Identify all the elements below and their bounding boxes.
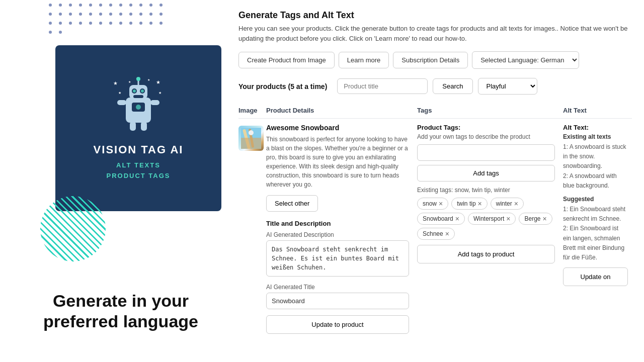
ai-desc-label: AI Generated Description bbox=[266, 231, 409, 238]
tag-schnee: Schnee × bbox=[417, 228, 455, 240]
svg-point-5 bbox=[99, 4, 102, 7]
select-other-button[interactable]: Select other bbox=[266, 195, 318, 212]
svg-point-20 bbox=[129, 13, 132, 16]
svg-rect-64 bbox=[241, 138, 261, 149]
svg-rect-56 bbox=[117, 100, 126, 105]
tags-list: snow × twin tip × winter × Snowboard × W… bbox=[417, 198, 555, 240]
tag-snow: snow × bbox=[417, 198, 448, 210]
svg-rect-53 bbox=[133, 95, 143, 98]
svg-point-26 bbox=[69, 22, 72, 25]
right-panel: Generate Tags and Alt Text Here you can … bbox=[226, 0, 644, 362]
alt-text-title: Alt Text: bbox=[563, 124, 628, 131]
existing-alt-texts-title: Existing alt texts bbox=[563, 133, 628, 140]
ai-title-label: AI Generated Title bbox=[266, 284, 409, 291]
svg-point-16 bbox=[89, 13, 92, 16]
tag-winter-close[interactable]: × bbox=[514, 200, 518, 207]
product-name: Awesome Snowboard bbox=[266, 124, 409, 132]
svg-text:★: ★ bbox=[128, 80, 131, 83]
update-on-button[interactable]: Update on bbox=[563, 267, 628, 286]
product-thumbnail bbox=[238, 126, 264, 151]
svg-text:★: ★ bbox=[118, 91, 121, 95]
col-alt-text: Alt Text bbox=[563, 107, 632, 114]
svg-point-25 bbox=[59, 22, 62, 25]
svg-point-6 bbox=[109, 4, 112, 7]
product-details-cell: Awesome Snowboard This snowboard is perf… bbox=[266, 124, 417, 334]
tags-input[interactable] bbox=[417, 144, 555, 161]
svg-point-3 bbox=[79, 4, 82, 7]
tag-snowboard-close[interactable]: × bbox=[455, 215, 459, 222]
tag-twin-tip: twin tip × bbox=[451, 198, 488, 210]
table-header: Image Product Details Tags Alt Text bbox=[238, 103, 632, 119]
svg-text:★: ★ bbox=[147, 78, 150, 81]
svg-point-35 bbox=[159, 22, 163, 25]
svg-point-22 bbox=[149, 13, 152, 16]
add-tags-button[interactable]: Add tags bbox=[417, 165, 555, 182]
search-input[interactable] bbox=[337, 78, 428, 94]
subscription-details-button[interactable]: Subscription Details bbox=[393, 52, 468, 68]
svg-point-0 bbox=[49, 4, 52, 7]
svg-point-27 bbox=[79, 22, 82, 25]
svg-point-4 bbox=[89, 4, 92, 7]
existing-alt-texts-content: 1: A snowboard is stuck in the snow. sno… bbox=[563, 142, 628, 191]
svg-text:★: ★ bbox=[156, 79, 160, 85]
svg-point-15 bbox=[79, 13, 82, 16]
svg-point-55 bbox=[136, 105, 141, 110]
add-tags-to-product-button[interactable]: Add tags to product bbox=[417, 245, 555, 263]
svg-point-2 bbox=[69, 4, 72, 7]
svg-point-24 bbox=[49, 22, 52, 25]
svg-point-17 bbox=[99, 13, 102, 16]
col-product-details: Product Details bbox=[266, 107, 417, 114]
svg-point-30 bbox=[109, 22, 112, 25]
toolbar: Create Product from Image Learn more Sub… bbox=[238, 51, 632, 69]
product-image-cell bbox=[238, 124, 266, 151]
tag-snow-close[interactable]: × bbox=[439, 200, 443, 207]
tag-twin-tip-close[interactable]: × bbox=[478, 200, 482, 207]
ai-title-input[interactable] bbox=[266, 293, 409, 309]
left-panel: ★ ★ ★ ★ ★ ★ ★ bbox=[0, 0, 226, 362]
update-to-product-button[interactable]: Update to product bbox=[266, 315, 409, 334]
product-description: This snowboard is perfect for anyone loo… bbox=[266, 135, 409, 189]
products-header: Your products (5 at a time) Search Playf… bbox=[238, 78, 632, 95]
svg-point-1 bbox=[59, 4, 62, 7]
search-button[interactable]: Search bbox=[433, 78, 472, 94]
suggested-alt-text-title: Suggested bbox=[563, 196, 628, 203]
tags-cell: Product Tags: Add your own tags to descr… bbox=[417, 124, 563, 263]
svg-point-31 bbox=[119, 22, 122, 25]
svg-point-13 bbox=[59, 13, 62, 16]
page-title: Generate Tags and Alt Text bbox=[238, 10, 632, 21]
svg-point-36 bbox=[49, 31, 52, 34]
tone-select[interactable]: Playful Professional Casual bbox=[478, 78, 537, 95]
svg-point-29 bbox=[99, 22, 102, 25]
svg-point-21 bbox=[139, 13, 142, 16]
snowboard-thumbnail-image bbox=[241, 128, 261, 149]
svg-point-8 bbox=[129, 4, 132, 7]
learn-more-button[interactable]: Learn more bbox=[339, 52, 389, 68]
tags-section-title: Product Tags: bbox=[417, 124, 555, 131]
svg-point-51 bbox=[133, 89, 136, 93]
tag-wintersport: Wintersport × bbox=[468, 213, 516, 225]
svg-point-23 bbox=[159, 13, 163, 16]
tag-wintersport-close[interactable]: × bbox=[506, 215, 510, 222]
ai-desc-textarea[interactable]: Das Snowboard steht senkrecht im Schnee.… bbox=[266, 240, 409, 277]
alt-text-cell: Alt Text: Existing alt texts 1: A snowbo… bbox=[563, 124, 632, 286]
svg-point-9 bbox=[139, 4, 142, 7]
language-select[interactable]: Selected Language: German Selected Langu… bbox=[472, 51, 579, 69]
svg-point-33 bbox=[139, 22, 142, 25]
svg-rect-59 bbox=[141, 122, 147, 131]
svg-point-11 bbox=[159, 4, 163, 7]
suggested-alt-text-content: 1: Ein Snowboard steht senkrecht im Schn… bbox=[563, 205, 628, 262]
svg-point-10 bbox=[149, 4, 152, 7]
svg-text:★: ★ bbox=[113, 80, 118, 86]
hero-card-subtitle: ALT TEXTS PRODUCT TAGS bbox=[106, 160, 170, 182]
svg-point-7 bbox=[119, 4, 122, 7]
teal-circle-decoration bbox=[40, 196, 106, 261]
robot-icon: ★ ★ ★ ★ ★ ★ ★ bbox=[108, 75, 169, 135]
create-product-button[interactable]: Create Product from Image bbox=[238, 52, 335, 68]
tag-berge-close[interactable]: × bbox=[542, 215, 546, 222]
col-tags: Tags bbox=[417, 107, 563, 114]
tag-winter: winter × bbox=[491, 198, 524, 210]
existing-tags-label: Existing tags: snow, twin tip, winter bbox=[417, 187, 555, 194]
tag-schnee-close[interactable]: × bbox=[445, 230, 449, 237]
title-desc-label: Title and Description bbox=[266, 220, 409, 227]
products-label: Your products (5 at a time) bbox=[238, 82, 327, 90]
